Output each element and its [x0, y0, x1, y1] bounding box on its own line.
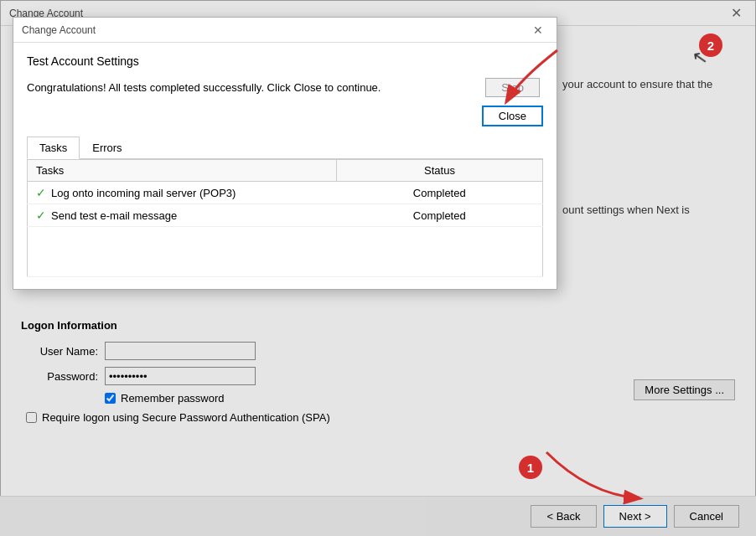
table-empty-row — [28, 227, 543, 277]
task-label-2: Send test e-mail message — [51, 209, 177, 222]
tab-errors[interactable]: Errors — [80, 137, 134, 159]
table-row: ✓ Send test e-mail message Completed — [28, 204, 543, 227]
task-cell-2: ✓ Send test e-mail message — [28, 204, 337, 227]
empty-cell — [28, 227, 543, 277]
check-icon-2: ✓ — [36, 209, 46, 222]
task-table: Tasks Status ✓ Log onto incoming mail se… — [27, 159, 543, 277]
test-account-dialog: Change Account ✕ Test Account Settings C… — [13, 17, 557, 290]
col-tasks-header: Tasks — [28, 160, 337, 182]
status-cell-1: Completed — [337, 182, 543, 204]
dialog-body: Test Account Settings Congratulations! A… — [13, 43, 557, 289]
annotation-circle-1: 1 — [519, 456, 542, 479]
dialog-close-button[interactable]: ✕ — [528, 23, 548, 38]
annotation-2-label: 2 — [707, 39, 714, 53]
dialog-title: Change Account — [22, 24, 96, 36]
success-message: Congratulations! All tests completed suc… — [27, 81, 485, 94]
status-cell-2: Completed — [337, 204, 543, 227]
tab-tasks[interactable]: Tasks — [27, 137, 80, 159]
stop-button[interactable]: Stop — [485, 78, 540, 97]
task-cell-1: ✓ Log onto incoming mail server (POP3) — [28, 182, 337, 204]
dialog-titlebar: Change Account ✕ — [13, 18, 557, 43]
success-row: Congratulations! All tests completed suc… — [27, 78, 543, 97]
annotation-1-label: 1 — [527, 461, 534, 475]
table-row: ✓ Log onto incoming mail server (POP3) C… — [28, 182, 543, 204]
check-icon-1: ✓ — [36, 186, 46, 199]
task-label-1: Log onto incoming mail server (POP3) — [51, 187, 236, 199]
table-header-row: Tasks Status — [28, 160, 543, 182]
close-dialog-button[interactable]: Close — [482, 106, 543, 126]
close-button-row: Close — [27, 106, 543, 126]
dialog-tabs: Tasks Errors — [27, 137, 543, 159]
dialog-section-title: Test Account Settings — [27, 54, 543, 68]
col-status-header: Status — [337, 160, 543, 182]
